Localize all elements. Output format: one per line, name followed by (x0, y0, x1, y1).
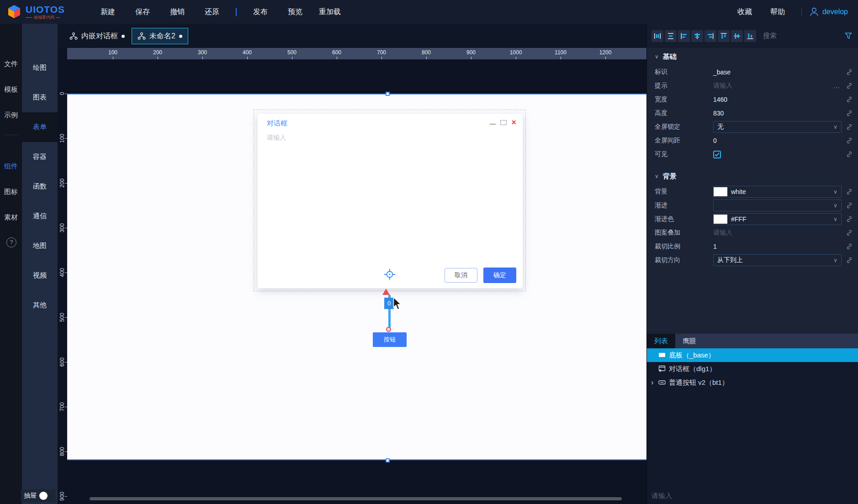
fullscreen-lock-select[interactable]: 无 ∨ (713, 121, 842, 133)
visible-checkbox[interactable] (713, 151, 721, 158)
menu-help[interactable]: 帮助 (761, 7, 794, 17)
section-basic-header[interactable]: ∨基础 (647, 48, 858, 65)
id-value[interactable]: _base (713, 68, 731, 76)
align-right-icon[interactable] (704, 30, 716, 42)
drawer-knob[interactable] (39, 492, 48, 500)
canvas-bottom-handle[interactable] (386, 458, 390, 462)
align-horizontal-center-icon[interactable] (691, 30, 703, 42)
menu-preview[interactable]: 预览 (278, 7, 312, 17)
ruler-h-label: 1000 (503, 49, 529, 56)
sidebar-item-icons[interactable]: 图标 (0, 187, 22, 196)
align-vertical-center-icon[interactable] (731, 30, 743, 42)
bg-color-select[interactable]: white ∨ (713, 186, 842, 198)
height-value[interactable]: 830 (713, 110, 724, 117)
help-icon[interactable]: ? (6, 237, 16, 247)
connector-dot-endpoint[interactable] (386, 327, 391, 332)
sidebar-item-components[interactable]: 组件 (0, 162, 22, 171)
prop-row-gradient: 渐进 ∨ (647, 199, 858, 212)
prop-row-bg: 背景 white ∨ (647, 185, 858, 199)
ok-button[interactable]: 确定 (483, 268, 516, 283)
gradient-select[interactable]: ∨ (713, 200, 842, 211)
more-icon[interactable]: ... (833, 82, 840, 89)
menu-redo[interactable]: 还原 (195, 7, 229, 17)
button-component[interactable]: 按钮 (373, 332, 407, 347)
layer-row-dialog[interactable]: 对话框（dlg1） (647, 362, 858, 376)
drawer-toggle[interactable]: 抽屉 (21, 489, 56, 502)
clip-direction-select[interactable]: 从下到上 ∨ (713, 254, 842, 266)
pattern-input[interactable]: 请输入 (713, 229, 732, 237)
link-icon[interactable] (846, 124, 853, 130)
layers-filter-input[interactable]: 请输入 (651, 492, 672, 500)
maximize-icon[interactable] (500, 120, 507, 125)
link-icon[interactable] (846, 243, 853, 250)
link-icon[interactable] (846, 96, 853, 103)
sidebar-item-templates[interactable]: 模板 (0, 85, 22, 94)
link-icon[interactable] (846, 83, 853, 89)
menu-save[interactable]: 保存 (125, 7, 160, 17)
category-other[interactable]: 其他 (22, 290, 58, 320)
section-background-header[interactable]: ∨背景 (647, 168, 858, 185)
category-functions[interactable]: 函数 (22, 172, 58, 201)
cancel-button[interactable]: 取消 (445, 268, 477, 283)
layer-row-button[interactable]: › 普通按钮 v2（bt1） (647, 376, 858, 389)
canvas-top-handle[interactable] (386, 92, 390, 96)
tab-list[interactable]: 列表 (647, 334, 675, 348)
expand-chevron-icon[interactable]: › (651, 376, 653, 389)
link-icon[interactable] (846, 230, 853, 236)
link-icon[interactable] (846, 151, 853, 158)
category-maps[interactable]: 地图 (22, 231, 58, 261)
link-icon[interactable] (846, 69, 853, 75)
clip-ratio-value[interactable]: 1 (713, 243, 717, 250)
distribute-vertical-icon[interactable] (665, 30, 677, 42)
category-video[interactable]: 视频 (22, 261, 58, 290)
main-menu: 新建 保存 撤销 还原 发布 预览 重加载 (90, 7, 347, 17)
dialog-component[interactable]: 对话框 × 请输入 取消 确定 (257, 113, 523, 289)
menu-favorites[interactable]: 收藏 (728, 7, 761, 17)
tab-unnamed-2[interactable]: 未命名2 (132, 28, 188, 44)
minimize-icon[interactable] (490, 124, 496, 125)
dialog-title: 对话框 (267, 119, 287, 128)
category-drawing[interactable]: 绘图 (22, 53, 58, 83)
menu-undo[interactable]: 撤销 (160, 7, 195, 17)
category-forms[interactable]: 表单 (22, 112, 58, 142)
align-bottom-icon[interactable] (744, 30, 756, 42)
ruler-v-label: 600 (59, 351, 65, 373)
close-icon[interactable]: × (511, 119, 516, 126)
search-input[interactable]: 搜索 (763, 31, 777, 40)
tab-label: 未命名2 (149, 31, 175, 41)
cube-logo-icon (6, 4, 22, 20)
distribute-horizontal-icon[interactable] (651, 30, 663, 42)
category-containers[interactable]: 容器 (22, 142, 58, 172)
sidebar-item-files[interactable]: 文件 (0, 59, 22, 68)
layer-row-base[interactable]: 底板（_base） (647, 348, 858, 362)
gradient-color-select[interactable]: #FFF ∨ (713, 213, 842, 225)
link-icon[interactable] (846, 216, 853, 222)
prop-row-fullscreen-gap: 全屏间距 0 (647, 134, 858, 147)
fullscreen-gap-value[interactable]: 0 (713, 137, 717, 144)
connector-arrow-endpoint[interactable] (382, 289, 390, 295)
filter-icon[interactable] (845, 32, 852, 40)
link-icon[interactable] (846, 110, 853, 116)
ruler-v-label: 100 (59, 127, 65, 150)
align-left-icon[interactable] (678, 30, 690, 42)
menu-publish[interactable]: 发布 (243, 7, 278, 17)
category-communication[interactable]: 通信 (22, 201, 58, 231)
tab-eagle-eye[interactable]: 鹰眼 (675, 334, 704, 348)
horizontal-scrollbar[interactable] (90, 497, 622, 500)
tab-dot (179, 35, 182, 38)
username[interactable]: develop (822, 8, 848, 16)
menu-reload[interactable]: 重加载 (312, 7, 347, 17)
link-icon[interactable] (846, 137, 853, 144)
link-icon[interactable] (846, 257, 853, 263)
color-swatch (714, 215, 727, 224)
category-charts[interactable]: 图表 (22, 83, 58, 112)
link-icon[interactable] (846, 202, 853, 209)
align-top-icon[interactable] (718, 30, 730, 42)
width-value[interactable]: 1460 (713, 96, 727, 103)
link-icon[interactable] (846, 189, 853, 195)
sidebar-item-materials[interactable]: 素材 (0, 213, 22, 222)
tab-embedded-dialog[interactable]: 内嵌对话框 (64, 28, 130, 44)
sidebar-item-examples[interactable]: 示例 (0, 110, 22, 120)
tip-input[interactable]: 请输入 (713, 82, 732, 90)
menu-new[interactable]: 新建 (90, 7, 125, 17)
